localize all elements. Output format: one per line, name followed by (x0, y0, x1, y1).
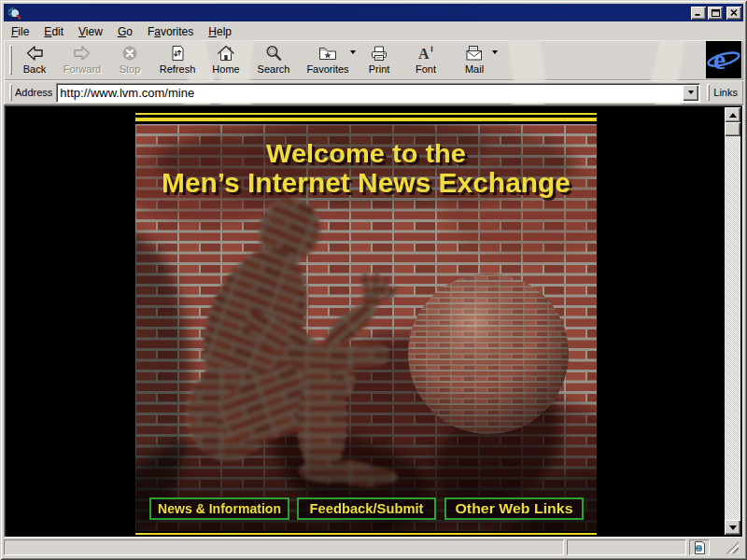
minimize-icon (695, 9, 702, 16)
search-button[interactable]: Search (248, 43, 299, 77)
status-zone-panel (689, 539, 710, 555)
title-bar[interactable] (4, 4, 743, 21)
forward-button[interactable]: Forward (56, 43, 108, 77)
print-icon (369, 44, 389, 63)
favorites-folder-icon (317, 44, 338, 63)
address-label: Address (15, 87, 52, 98)
status-secondary-panel (567, 539, 686, 555)
favorites-button[interactable]: Favorites (299, 43, 357, 77)
address-grip[interactable] (9, 84, 12, 101)
print-button[interactable]: Print (357, 43, 402, 77)
menu-edit[interactable]: Edit (36, 23, 71, 40)
menu-bar: File Edit View Go Favorites Help (4, 22, 743, 40)
nav-button-label: Feedback/Submit (309, 500, 423, 516)
internet-zone-icon (694, 541, 706, 554)
page-title-line2: Men’s Internet News Exchange (162, 167, 571, 198)
chevron-down-icon (688, 91, 694, 94)
webpage: Welcome to the Welcome to the Men’s Inte… (7, 107, 725, 535)
menu-help[interactable]: Help (201, 23, 239, 40)
address-bar: Address Links (4, 80, 743, 105)
address-input[interactable] (60, 86, 681, 101)
triangle-up-icon (729, 113, 737, 118)
browser-viewport: Welcome to the Welcome to the Men’s Inte… (4, 105, 743, 538)
nav-button-label: Other Web Links (455, 500, 572, 516)
maximize-icon (712, 9, 720, 17)
back-button[interactable]: Back (13, 43, 56, 77)
ie-logo: e (706, 41, 741, 78)
nav-button-label: News & Information (158, 500, 281, 516)
menu-favorites[interactable]: Favorites (140, 23, 201, 40)
refresh-icon (167, 44, 188, 63)
vertical-scrollbar[interactable] (725, 107, 740, 535)
status-bar (4, 539, 743, 557)
svg-text:A: A (418, 46, 430, 62)
dropdown-arrow-icon (492, 50, 498, 54)
search-icon (263, 44, 284, 63)
mail-icon (464, 44, 485, 63)
links-label[interactable]: Links (713, 87, 738, 98)
back-icon (24, 44, 45, 63)
stop-icon (120, 44, 140, 63)
nav-button-feedback-submit[interactable]: Feedback/Submit Feedback/Submit (298, 498, 435, 519)
ie-page-icon (7, 6, 21, 21)
toolbar: Back Forward Stop Refresh Home (4, 40, 743, 80)
links-grip[interactable] (707, 84, 710, 101)
resize-grip[interactable] (726, 541, 739, 553)
browser-window: File Edit View Go Favorites Help Back Fo… (0, 0, 747, 560)
mail-button[interactable]: Mail (450, 43, 499, 77)
page-title-line1: Welcome to the (266, 139, 466, 168)
status-message-panel (4, 539, 564, 555)
font-icon: A (416, 44, 436, 63)
top-yellow-stripe (135, 113, 597, 121)
menu-view[interactable]: View (71, 23, 110, 40)
menu-go[interactable]: Go (110, 23, 140, 40)
scroll-up-button[interactable] (725, 107, 740, 122)
close-button[interactable] (726, 7, 741, 20)
svg-text:e: e (713, 44, 726, 75)
home-icon (216, 44, 236, 63)
scroll-down-button[interactable] (725, 520, 740, 535)
triangle-down-icon (729, 525, 737, 530)
dropdown-arrow-icon (350, 50, 356, 54)
brick-scene: Welcome to the Welcome to the Men’s Inte… (135, 124, 597, 531)
nav-button-other-web-links[interactable]: Other Web Links Other Web Links (445, 498, 583, 519)
menu-file[interactable]: File (4, 23, 36, 40)
address-dropdown-button[interactable] (683, 85, 698, 101)
toolbar-grip[interactable] (9, 45, 12, 75)
brick-sphere (408, 273, 569, 434)
home-button[interactable]: Home (204, 43, 248, 77)
refresh-button[interactable]: Refresh (151, 43, 204, 77)
close-icon (730, 9, 738, 16)
font-button[interactable]: A Font (402, 43, 450, 77)
forward-icon (72, 44, 92, 63)
nav-button-news-information[interactable]: News & Information News & Information (150, 498, 289, 519)
maximize-button[interactable] (708, 7, 723, 20)
stop-button[interactable]: Stop (108, 43, 151, 77)
minimize-button[interactable] (691, 7, 706, 20)
bottom-yellow-stripe (135, 533, 597, 535)
scrollbar-thumb[interactable] (725, 122, 740, 136)
page-image: Welcome to the Welcome to the Men’s Inte… (135, 113, 597, 535)
